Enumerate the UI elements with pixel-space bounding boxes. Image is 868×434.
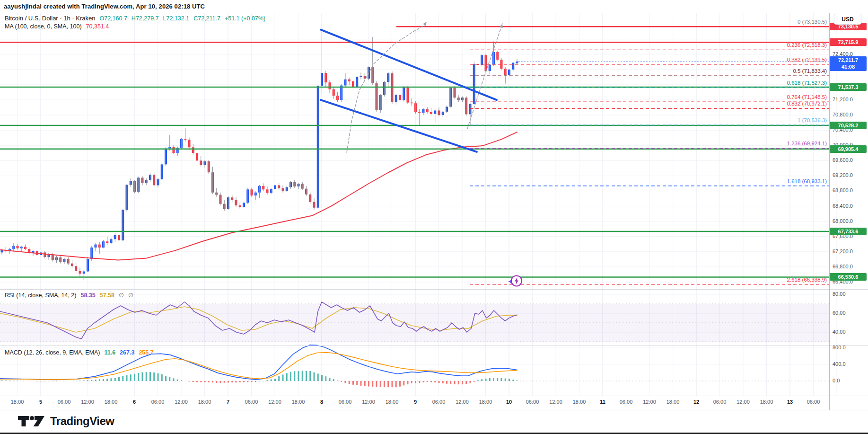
fib-level-label: 0.618 (71,527.3): [787, 80, 827, 86]
tradingview-chart-window: aayushjindal created with TradingView.co…: [0, 0, 868, 434]
price-chart-canvas[interactable]: [0, 0, 868, 434]
symbol-title[interactable]: Bitcoin / U.S. Dollar · 1h · Kraken: [5, 15, 95, 22]
macd-tick: 800.0: [833, 345, 846, 350]
price-tick: 66,800.0: [833, 264, 853, 269]
macd-signal-line: [0, 353, 517, 380]
time-tick: 06:00: [339, 399, 352, 405]
time-tick: 12:00: [643, 399, 656, 405]
currency-toggle-button[interactable]: USD: [834, 14, 861, 25]
price-label-support: 69,905.4: [830, 145, 867, 153]
time-tick: 06:00: [807, 399, 820, 405]
tradingview-logo[interactable]: TradingView: [17, 415, 114, 428]
time-tick: 12:00: [456, 399, 469, 405]
price-tick: 70,800.0: [833, 112, 853, 117]
time-tick: 06:00: [245, 399, 258, 405]
time-tick-day: 11: [600, 399, 605, 405]
time-tick: 18:00: [292, 399, 305, 405]
arrowhead-icon: [423, 22, 427, 26]
time-tick: 12:00: [175, 399, 188, 405]
price-tick: 68,400.0: [833, 203, 853, 209]
time-tick: 06:00: [713, 399, 727, 405]
price-label-support: 71,537.3: [830, 83, 867, 91]
time-tick-day: 10: [506, 399, 512, 405]
fib-level-label: 1.236 (69,924.1): [787, 141, 827, 146]
fib-level-label: 0 (73,130.5): [798, 19, 827, 25]
time-tick: 18:00: [386, 399, 399, 405]
time-tick: 18:00: [11, 399, 24, 405]
ma-legend[interactable]: MA (100, close, 0, SMA, 100) 70,351.4: [5, 23, 109, 30]
price-tick: 67,200.0: [833, 248, 853, 254]
rsi-null-1: ∅: [119, 292, 124, 299]
projection-arrow[interactable]: [467, 24, 502, 129]
rsi-value: 58.35: [80, 292, 95, 299]
time-tick: 12:00: [268, 399, 281, 405]
fib-level-label: 1 (70,536.3): [798, 117, 827, 123]
time-tick: 06:00: [151, 399, 165, 405]
rsi-label[interactable]: RSI (14, close, SMA, 14, 2): [5, 292, 76, 299]
last-price-value: 72,211.7: [838, 57, 858, 63]
symbol-legend[interactable]: Bitcoin / U.S. Dollar · 1h · Kraken O72,…: [5, 15, 265, 22]
macd-tick: 0.0: [833, 378, 840, 383]
time-tick: 12:00: [81, 399, 94, 405]
macd-signal-value: 255.7: [139, 349, 153, 356]
time-tick: 18:00: [760, 399, 773, 405]
rsi-tick: 60.00: [833, 310, 846, 316]
high-value: H72,279.7: [132, 15, 159, 22]
price-label-resistance: 72,715.9: [830, 38, 867, 46]
time-tick: 18:00: [573, 399, 586, 405]
time-tick-day: 9: [414, 399, 417, 405]
rsi-null-2: ∅: [128, 292, 133, 299]
price-label-support: 67,733.6: [830, 228, 867, 235]
fib-level-label: 0.832 (70,972.1): [787, 101, 827, 106]
price-tick: 68,800.0: [833, 187, 853, 193]
fib-level-label: 0.764 (71,148.5): [787, 94, 827, 100]
ma100-line[interactable]: [0, 132, 517, 260]
macd-legend[interactable]: MACD (12, 26, close, 9, EMA, EMA) 11.6 2…: [5, 349, 154, 356]
time-tick-day: 13: [787, 399, 793, 405]
change-value: +51.1 (+0.07%): [225, 15, 265, 22]
last-price-label: 72,211.741:08: [830, 56, 867, 71]
time-tick: 18:00: [666, 399, 680, 405]
ma-value: 70,351.4: [86, 23, 109, 30]
price-tick: 68,000.0: [833, 218, 853, 224]
close-value: C72,211.7: [193, 15, 220, 22]
time-tick-day: 7: [227, 399, 229, 405]
open-value: O72,160.7: [99, 15, 127, 22]
candlestick-series[interactable]: [1, 52, 518, 274]
time-tick: 18:00: [479, 399, 492, 405]
macd-tick: 400.0: [833, 361, 846, 367]
tradingview-logo-text: TradingView: [50, 415, 114, 428]
time-tick: 12:00: [736, 399, 750, 405]
rsi-ma-value: 57.58: [100, 292, 114, 299]
time-tick: 18:00: [105, 399, 118, 405]
price-tick: 71,200.0: [833, 97, 853, 102]
time-tick-day: 8: [320, 399, 323, 405]
fib-level-label: 0.382 (72,139.5): [787, 57, 827, 62]
price-tick: 69,600.0: [833, 157, 853, 163]
fib-level-label: 2.618 (66,338.9): [787, 277, 827, 283]
macd-label[interactable]: MACD (12, 26, close, 9, EMA, EMA): [5, 349, 100, 356]
rsi-legend[interactable]: RSI (14, close, SMA, 14, 2) 58.35 57.58 …: [5, 292, 133, 299]
macd-hist-value: 11.6: [104, 349, 115, 356]
bar-countdown: 41:08: [842, 63, 855, 70]
low-value: L72,132.1: [163, 15, 190, 22]
credit-watermark: aayushjindal created with TradingView.co…: [4, 3, 205, 10]
time-tick-day: 12: [693, 399, 699, 405]
time-tick: 06:00: [620, 399, 633, 405]
time-tick: 06:00: [58, 399, 71, 405]
fib-level-label: 1.618 (68,933.1): [787, 178, 827, 184]
rsi-tick: 80.00: [833, 291, 846, 297]
fib-level-label: 0.236 (72,518.3): [787, 42, 827, 48]
fib-level-label: 0.5 (71,833.4): [793, 68, 827, 74]
price-tick: 69,200.0: [833, 172, 853, 178]
price-label-support: 70,528.2: [830, 122, 867, 129]
time-tick: 18:00: [198, 399, 211, 405]
time-axis[interactable]: 18:00506:0012:0018:00606:0012:0018:00706…: [0, 397, 829, 409]
rsi-tick: 40.00: [833, 329, 846, 335]
time-tick: 06:00: [432, 399, 446, 405]
arrowhead-icon: [500, 24, 503, 28]
macd-value: 267.3: [120, 349, 134, 356]
time-tick-day: 6: [133, 399, 136, 405]
ma-label[interactable]: MA (100, close, 0, SMA, 100): [5, 23, 82, 30]
time-tick: 12:00: [549, 399, 562, 405]
